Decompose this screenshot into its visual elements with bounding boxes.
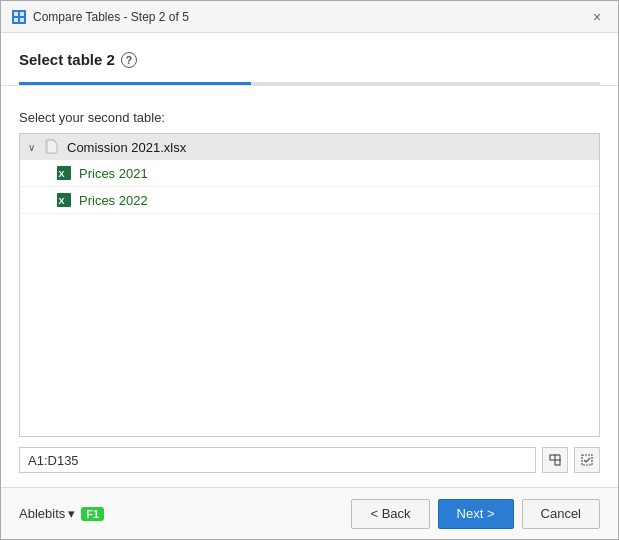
footer-left: Ablebits ▾ F1 — [19, 506, 104, 521]
app-icon — [11, 9, 27, 25]
page-title-text: Select table 2 — [19, 51, 115, 68]
step-2 — [135, 82, 251, 85]
footer: Ablebits ▾ F1 < Back Next > Cancel — [1, 487, 618, 539]
select-icon — [581, 454, 593, 466]
close-button[interactable]: × — [586, 6, 608, 28]
svg-rect-10 — [550, 455, 555, 460]
window-title: Compare Tables - Step 2 of 5 — [33, 10, 189, 24]
excel-icon-2: X — [56, 192, 72, 208]
svg-rect-14 — [582, 455, 592, 465]
svg-rect-4 — [20, 18, 24, 22]
range-input[interactable] — [19, 447, 536, 473]
svg-text:X: X — [59, 169, 65, 179]
step-1 — [19, 82, 135, 85]
brand-label: Ablebits — [19, 506, 65, 521]
ablebits-brand[interactable]: Ablebits ▾ — [19, 506, 75, 521]
back-button[interactable]: < Back — [351, 499, 429, 529]
parent-file-label: Comission 2021.xlsx — [67, 140, 186, 155]
step-4 — [368, 82, 484, 85]
svg-rect-1 — [14, 12, 18, 16]
table-tree[interactable]: ∨ Comission 2021.xlsx X Prices 20 — [19, 133, 600, 437]
range-row — [19, 447, 600, 473]
tree-parent-item[interactable]: ∨ Comission 2021.xlsx — [20, 134, 599, 160]
tree-child-item-1[interactable]: X Prices 2021 — [20, 160, 599, 187]
expand-range-button[interactable] — [542, 447, 568, 473]
svg-rect-3 — [14, 18, 18, 22]
page-title-row: Select table 2 ? — [19, 51, 600, 68]
cancel-button[interactable]: Cancel — [522, 499, 600, 529]
excel-icon-1: X — [56, 165, 72, 181]
svg-text:X: X — [59, 196, 65, 206]
title-bar-left: Compare Tables - Step 2 of 5 — [11, 9, 189, 25]
header-section: Select table 2 ? — [1, 33, 618, 86]
svg-rect-11 — [555, 460, 560, 465]
child-label-2: Prices 2022 — [79, 193, 148, 208]
select-range-button[interactable] — [574, 447, 600, 473]
help-icon[interactable]: ? — [121, 52, 137, 68]
tree-child-item-2[interactable]: X Prices 2022 — [20, 187, 599, 214]
next-button[interactable]: Next > — [438, 499, 514, 529]
section-label: Select your second table: — [19, 110, 600, 125]
step-3 — [251, 82, 367, 85]
svg-rect-2 — [20, 12, 24, 16]
f1-help-badge[interactable]: F1 — [81, 507, 104, 521]
title-bar: Compare Tables - Step 2 of 5 × — [1, 1, 618, 33]
brand-chevron-icon: ▾ — [68, 506, 75, 521]
main-window: Compare Tables - Step 2 of 5 × Select ta… — [0, 0, 619, 540]
footer-right: < Back Next > Cancel — [351, 499, 600, 529]
expand-icon — [549, 454, 561, 466]
file-doc-icon — [44, 139, 60, 155]
main-content: Select your second table: ∨ Comission 20… — [1, 86, 618, 487]
step-5 — [484, 82, 600, 85]
steps-bar — [19, 82, 600, 85]
child-label-1: Prices 2021 — [79, 166, 148, 181]
content-area: Select table 2 ? Select your second tabl… — [1, 33, 618, 487]
chevron-down-icon: ∨ — [28, 142, 40, 153]
